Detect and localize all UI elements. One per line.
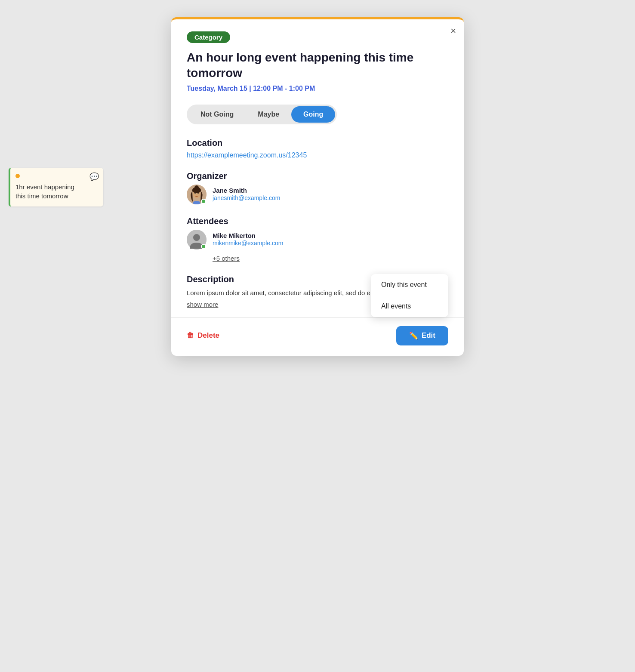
edit-label: Edit	[422, 331, 435, 340]
organizer-label: Organizer	[187, 171, 448, 181]
organizer-email[interactable]: janesmith@example.com	[213, 194, 280, 201]
show-more-link[interactable]: show more	[187, 301, 218, 308]
rsvp-going-button[interactable]: Going	[291, 106, 335, 123]
others-link[interactable]: +5 others	[213, 255, 240, 262]
rsvp-maybe-button[interactable]: Maybe	[246, 106, 291, 123]
event-date: Tuesday, March 15 | 12:00 PM - 1:00 PM	[187, 85, 448, 92]
location-label: Location	[187, 138, 448, 148]
edit-button[interactable]: ✏️ Edit	[396, 326, 448, 345]
calendar-event-text: 1hr event happening this time tomorrow	[15, 182, 86, 200]
rsvp-not-going-button[interactable]: Not Going	[188, 106, 246, 123]
pencil-icon: ✏️	[409, 331, 418, 340]
attendee-online-dot	[201, 244, 206, 249]
only-this-event-option[interactable]: Only this event	[371, 274, 448, 296]
attendees-label: Attendees	[187, 216, 448, 226]
all-events-option[interactable]: All events	[371, 296, 448, 317]
attendee-name: Mike Mikerton	[213, 232, 283, 239]
category-badge: Category	[187, 31, 230, 43]
organizer-section: Organizer	[187, 171, 448, 204]
event-dot	[15, 174, 20, 178]
attendee-info: Mike Mikerton mikenmike@example.com	[213, 232, 283, 247]
organizer-row: Jane Smith janesmith@example.com	[187, 185, 448, 204]
svg-point-5	[194, 193, 195, 194]
attendee-avatar-wrap	[187, 230, 207, 250]
delete-button[interactable]: 🗑 Delete	[187, 331, 219, 340]
organizer-name: Jane Smith	[213, 187, 280, 194]
svg-point-8	[193, 234, 200, 241]
trash-icon: 🗑	[187, 331, 194, 340]
organizer-online-dot	[201, 199, 206, 204]
delete-label: Delete	[197, 331, 219, 340]
close-button[interactable]: ×	[450, 26, 456, 36]
event-modal: × Category An hour long event happening …	[171, 17, 464, 356]
svg-point-4	[194, 185, 199, 190]
event-title: An hour long event happening this time t…	[187, 50, 448, 81]
location-section: Location https://examplemeeting.zoom.us/…	[187, 138, 448, 159]
recurrence-dropdown: Only this event All events	[371, 274, 448, 317]
attendee-row: Mike Mikerton mikenmike@example.com	[187, 230, 448, 250]
rsvp-group: Not Going Maybe Going	[187, 105, 337, 124]
organizer-avatar-wrap	[187, 185, 207, 204]
modal-backdrop: × Category An hour long event happening …	[171, 17, 464, 356]
modal-footer: 🗑 Delete ✏️ Edit	[171, 318, 464, 356]
svg-point-6	[197, 193, 198, 194]
location-link[interactable]: https://examplemeeting.zoom.us/12345	[187, 151, 448, 159]
chat-icon: 💬	[89, 172, 99, 182]
attendees-section: Attendees M	[187, 216, 448, 262]
calendar-event-card: 1hr event happening this time tomorrow 💬	[9, 168, 103, 207]
organizer-info: Jane Smith janesmith@example.com	[213, 187, 280, 202]
attendee-email[interactable]: mikenmike@example.com	[213, 240, 283, 247]
